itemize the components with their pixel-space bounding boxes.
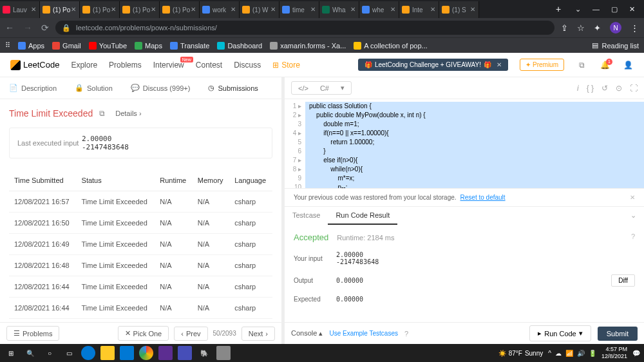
table-row[interactable]: 12/08/2021 16:57Time Limit ExceededN/AN/… bbox=[9, 191, 272, 213]
close-icon[interactable]: ✕ bbox=[310, 6, 316, 13]
tab-testcase[interactable]: Testcase bbox=[285, 207, 328, 225]
table-row[interactable]: 12/08/2021 16:44Time Limit ExceededN/AN/… bbox=[9, 276, 272, 298]
onedrive-icon[interactable]: ☁ bbox=[555, 350, 562, 357]
undo-icon[interactable]: ↺ bbox=[601, 84, 608, 93]
premium-button[interactable]: ✦ Premium bbox=[520, 59, 564, 71]
chrome-icon[interactable] bbox=[139, 346, 153, 360]
close-icon[interactable]: ✕ bbox=[70, 6, 77, 13]
app-icon[interactable] bbox=[216, 346, 231, 360]
bookmark-item[interactable]: Gmail bbox=[52, 42, 81, 50]
pgadmin-icon[interactable]: 🐘 bbox=[197, 346, 211, 360]
browser-tab[interactable]: (1) W✕ bbox=[240, 1, 279, 18]
chevron-down-icon[interactable]: ⌄ bbox=[575, 5, 581, 14]
code-editor[interactable]: 1 ▸2 ▸3 4 ▸5 6 7 ▸8 ▸9 10 11 12 public c… bbox=[285, 99, 644, 188]
explorer-icon[interactable] bbox=[100, 346, 115, 360]
info-icon[interactable]: i bbox=[577, 84, 579, 93]
volume-icon[interactable]: 🔊 bbox=[577, 350, 585, 357]
browser-tab[interactable]: Inte✕ bbox=[399, 1, 439, 18]
close-icon[interactable]: ✕ bbox=[230, 6, 236, 13]
browser-tab[interactable]: Lauv✕ bbox=[0, 1, 40, 18]
prev-button[interactable]: ‹ Prev bbox=[174, 327, 207, 341]
task-view-icon[interactable]: ▭ bbox=[62, 346, 76, 360]
close-icon[interactable]: ✕ bbox=[30, 6, 37, 13]
close-icon[interactable]: ✕ bbox=[390, 6, 396, 13]
minimize-icon[interactable]: — bbox=[592, 5, 600, 14]
braces-icon[interactable]: { } bbox=[587, 84, 594, 93]
browser-tab[interactable]: Wha✕ bbox=[319, 1, 359, 18]
browser-tab[interactable]: (1) Po✕ bbox=[160, 1, 200, 18]
bell-icon[interactable]: 🔔 1 bbox=[599, 61, 611, 70]
nav-problems[interactable]: Problems bbox=[109, 61, 142, 70]
bookmark-item[interactable]: Maps bbox=[135, 42, 162, 50]
apps-icon[interactable]: ⠿ bbox=[5, 41, 10, 50]
tab-discuss[interactable]: 💬Discuss (999+) bbox=[122, 77, 200, 99]
forward-icon[interactable]: → bbox=[23, 23, 32, 33]
help-icon[interactable]: ? bbox=[404, 330, 408, 338]
nav-explore[interactable]: Explore bbox=[71, 61, 97, 70]
browser-tab[interactable]: work✕ bbox=[200, 1, 240, 18]
nav-interview[interactable]: Interview New bbox=[153, 61, 184, 70]
table-row[interactable]: 12/08/2021 16:48Time Limit ExceededN/AN/… bbox=[9, 255, 272, 276]
tab-description[interactable]: 📄Description bbox=[0, 77, 66, 99]
close-icon[interactable]: ✕ bbox=[469, 6, 476, 13]
browser-tab[interactable]: whe✕ bbox=[359, 1, 399, 18]
wifi-icon[interactable]: 📶 bbox=[565, 350, 573, 357]
cortana-icon[interactable]: ○ bbox=[43, 346, 57, 360]
bookmark-item[interactable]: Apps bbox=[18, 42, 44, 50]
table-row[interactable]: 12/08/2021 16:44Time Limit ExceededN/AN/… bbox=[9, 298, 272, 319]
reset-icon[interactable]: ⊙ bbox=[616, 84, 622, 93]
start-icon[interactable]: ⊞ bbox=[4, 346, 18, 360]
problems-button[interactable]: ☰ Problems bbox=[6, 326, 59, 341]
console-toggle[interactable]: Console ▴ bbox=[291, 329, 323, 338]
nav-discuss[interactable]: Discuss bbox=[234, 61, 261, 70]
notifications-icon[interactable]: 💬 bbox=[632, 350, 640, 357]
browser-tab[interactable]: (1) Po✕ bbox=[40, 1, 80, 18]
fullscreen-icon[interactable]: ⛶ bbox=[630, 84, 638, 93]
maximize-icon[interactable]: ▢ bbox=[611, 5, 618, 14]
nav-contest[interactable]: Contest bbox=[196, 61, 222, 70]
system-tray[interactable]: ^ ☁ 📶 🔊 🔋 bbox=[548, 350, 596, 357]
challenge-banner[interactable]: 🎁LeetCoding Challenge + GIVEAWAY!🎁 ✕ bbox=[358, 59, 508, 71]
bookmark-item[interactable]: Dashboard bbox=[217, 42, 262, 50]
chevron-up-icon[interactable]: ^ bbox=[548, 350, 551, 357]
example-testcases-link[interactable]: Use Example Testcases bbox=[329, 330, 398, 337]
language-select[interactable]: </> C# ▾ bbox=[291, 81, 352, 95]
chevron-down-icon[interactable]: ⌄ bbox=[623, 207, 644, 225]
next-button[interactable]: Next › bbox=[242, 327, 275, 341]
browser-tab[interactable]: time✕ bbox=[279, 1, 319, 18]
visualstudio-icon[interactable] bbox=[158, 346, 173, 360]
share-icon[interactable]: ⇪ bbox=[561, 23, 568, 33]
menu-icon[interactable]: ⋮ bbox=[630, 23, 639, 33]
battery-icon[interactable]: 🔋 bbox=[589, 350, 596, 357]
close-icon[interactable]: ✕ bbox=[497, 61, 502, 68]
close-icon[interactable]: ✕ bbox=[630, 194, 635, 201]
help-icon[interactable]: ? bbox=[631, 233, 635, 240]
leetcode-logo[interactable]: LeetCode bbox=[10, 60, 59, 70]
extensions-icon[interactable]: ✦ bbox=[594, 23, 601, 33]
copy-icon[interactable]: ⧉ bbox=[99, 109, 105, 118]
bookmark-item[interactable]: A collection of pop... bbox=[354, 42, 427, 50]
bookmark-item[interactable]: YouTube bbox=[89, 42, 127, 50]
reload-icon[interactable]: ⟳ bbox=[41, 23, 49, 33]
browser-tab[interactable]: (1) S✕ bbox=[439, 1, 479, 18]
diff-button[interactable]: Diff bbox=[611, 274, 635, 287]
run-button[interactable]: ▸ Run Code ▾ bbox=[529, 325, 591, 341]
close-icon[interactable]: ✕ bbox=[430, 6, 436, 13]
tab-run-result[interactable]: Run Code Result bbox=[328, 207, 397, 225]
close-icon[interactable]: ✕ bbox=[150, 6, 156, 13]
close-icon[interactable]: ✕ bbox=[350, 6, 356, 13]
table-row[interactable]: 12/08/2021 16:50Time Limit ExceededN/AN/… bbox=[9, 213, 272, 234]
profile-avatar[interactable]: N bbox=[610, 22, 621, 33]
close-icon[interactable]: ✕ bbox=[629, 5, 635, 14]
url-input[interactable]: 🔒 leetcode.com/problems/powx-n/submissio… bbox=[55, 21, 554, 35]
search-icon[interactable]: 🔍 bbox=[23, 346, 37, 360]
reset-link[interactable]: Reset to default bbox=[460, 194, 506, 201]
nav-store[interactable]: ⊞ Store bbox=[272, 61, 300, 70]
tab-solution[interactable]: 🔒Solution bbox=[66, 77, 122, 99]
edge-icon[interactable] bbox=[81, 346, 95, 360]
user-icon[interactable]: 👤 bbox=[622, 61, 634, 70]
reading-list-button[interactable]: Reading list bbox=[602, 42, 639, 50]
tab-submissions[interactable]: ◷Submissions bbox=[199, 77, 267, 99]
playground-icon[interactable]: ⧉ bbox=[576, 61, 587, 70]
close-icon[interactable]: ✕ bbox=[270, 6, 276, 13]
